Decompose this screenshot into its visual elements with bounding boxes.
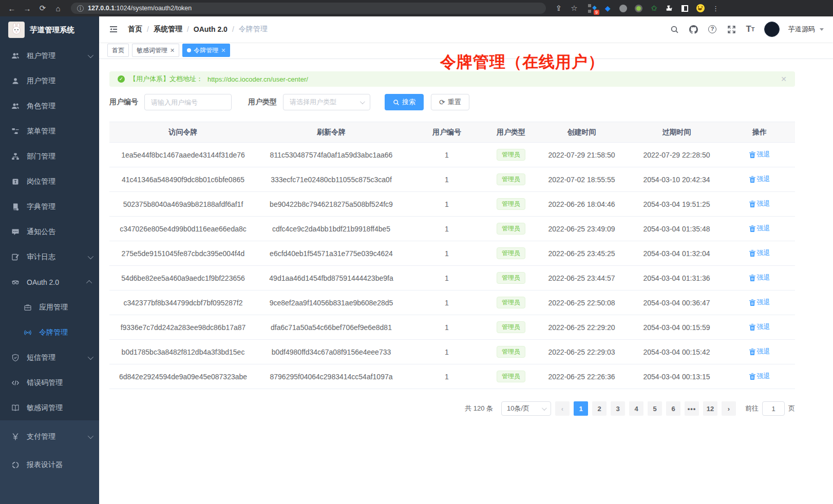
trash-icon	[749, 299, 755, 306]
sidebar-item-error-code[interactable]: 错误码管理	[0, 370, 99, 395]
force-logout-button[interactable]: 强退	[749, 199, 770, 208]
user-id-input[interactable]	[144, 94, 232, 110]
reset-button[interactable]: ⟳ 重置	[431, 94, 469, 110]
sidebar-item-audit-log[interactable]: 审计日志	[0, 244, 99, 269]
page-button-3[interactable]: 3	[611, 401, 625, 416]
extension-gem-icon[interactable]: ◆	[603, 4, 612, 13]
chevron-icon	[88, 253, 93, 259]
page-button-6[interactable]: 6	[666, 401, 680, 416]
bookmark-star-icon[interactable]: ☆	[567, 2, 581, 15]
filter-form: 用户编号 用户类型 请选择用户类型 搜索 ⟳ 重置	[109, 94, 795, 110]
sidebar-item-role[interactable]: 角色管理	[0, 93, 99, 119]
sidebar-item-tenant[interactable]: 租户管理	[0, 43, 99, 68]
browser-home-button[interactable]: ⌂	[51, 2, 65, 15]
user-type-select[interactable]: 请选择用户类型	[283, 94, 370, 110]
sidebar-item-dept[interactable]: 部门管理	[0, 144, 99, 169]
search-button[interactable]: 搜索	[385, 94, 424, 110]
refresh-token-cell: e6cfd40eb1f54571a31e775e039c4624	[257, 249, 406, 258]
sidebar-item-pay[interactable]: 支付管理	[0, 422, 99, 451]
browser-reload-button[interactable]: ⟳	[36, 2, 49, 15]
browser-forward-button[interactable]: →	[21, 2, 34, 15]
fullscreen-icon[interactable]	[726, 24, 736, 34]
page-button-4[interactable]: 4	[629, 401, 643, 416]
sidebar-item-oauth2[interactable]: OAuth 2.0	[0, 269, 99, 295]
refresh-token-cell: 333ecfc71e02480cb11055c875c3ca0f	[257, 176, 406, 184]
sidebar-item-user[interactable]: 用户管理	[0, 68, 99, 93]
tab-preview-icon[interactable]	[680, 4, 689, 13]
page-button-2[interactable]: 2	[592, 401, 607, 416]
breadcrumb-item[interactable]: OAuth 2.0	[194, 25, 228, 33]
sidebar-item-oauth2-token[interactable]: 令牌管理	[0, 320, 99, 345]
page-button-12[interactable]: 12	[703, 401, 717, 416]
sidebar-item-notice[interactable]: 通知公告	[0, 219, 99, 244]
force-logout-button[interactable]: 强退	[749, 150, 770, 159]
force-logout-button[interactable]: 强退	[749, 175, 770, 184]
more-pages-button[interactable]: •••	[685, 401, 699, 416]
sidebar-item-oauth2-app[interactable]: 应用管理	[0, 295, 99, 320]
alert-close-icon[interactable]: ✕	[781, 75, 787, 83]
tab-close-icon[interactable]: ✕	[221, 44, 225, 56]
next-page-button[interactable]: ›	[722, 401, 736, 416]
extension-green-dot-icon[interactable]	[634, 4, 643, 13]
force-logout-button[interactable]: 强退	[749, 273, 770, 282]
extension-star-icon[interactable]: ✩	[650, 4, 658, 13]
trash-icon	[749, 176, 755, 183]
sidebar-item-report[interactable]: 报表设计器	[0, 451, 99, 479]
prev-page-button[interactable]: ‹	[555, 401, 570, 416]
page-button-1[interactable]: 1	[574, 401, 588, 416]
force-logout-button[interactable]: 强退	[749, 347, 770, 356]
trash-icon	[749, 151, 755, 158]
extensions-puzzle-icon[interactable]	[665, 4, 674, 13]
sidebar-item-post[interactable]: 岗位管理	[0, 169, 99, 194]
sidebar-item-sms[interactable]: 短信管理	[0, 345, 99, 370]
extension-grid-icon[interactable]: ◆9	[588, 4, 597, 13]
help-icon[interactable]: ?	[707, 24, 717, 34]
search-icon[interactable]	[669, 24, 679, 34]
view-tab[interactable]: 令牌管理 ✕	[182, 44, 230, 57]
force-logout-button[interactable]: 强退	[749, 322, 770, 332]
profile-avatar-icon[interactable]	[696, 4, 705, 13]
user-id-cell: 1	[406, 323, 488, 332]
page-size-select[interactable]: 10条/页	[501, 401, 551, 416]
app-logo-row[interactable]: 芋道管理系统	[0, 16, 99, 43]
sidebar-collapse-icon[interactable]	[108, 24, 119, 34]
address-bar[interactable]: i 127.0.0.1:1024/system/oauth2/token	[71, 3, 546, 14]
username[interactable]: 芋道源码	[788, 25, 815, 34]
tab-close-icon[interactable]: ✕	[170, 44, 175, 56]
expire-time-cell: 2054-03-10 20:42:34	[629, 176, 724, 184]
trash-icon	[749, 348, 755, 355]
column-header: 访问令牌	[109, 128, 257, 137]
force-logout-button[interactable]: 强退	[749, 372, 770, 381]
create-time-cell: 2022-06-25 22:26:36	[534, 373, 629, 381]
user-avatar[interactable]	[764, 22, 780, 37]
expire-time-cell: 2022-07-29 22:28:50	[629, 151, 724, 159]
chart-icon	[11, 461, 20, 469]
browser-menu-icon[interactable]: ⋮	[711, 4, 720, 13]
chevron-icon	[88, 52, 93, 57]
browser-back-button[interactable]: ←	[5, 2, 18, 15]
user-menu-caret-icon[interactable]	[820, 28, 824, 31]
share-icon[interactable]: ⇪	[552, 2, 565, 15]
goto-page-input[interactable]	[762, 401, 785, 416]
view-tab[interactable]: 敏感词管理 ✕	[132, 44, 179, 57]
badge-icon	[11, 178, 20, 186]
force-logout-button[interactable]: 强退	[749, 248, 770, 258]
signal-icon	[24, 328, 32, 337]
doc-link[interactable]: https://doc.iocoder.cn/user-center/	[207, 75, 308, 83]
github-icon[interactable]	[688, 24, 698, 34]
force-logout-button[interactable]: 强退	[749, 224, 770, 233]
view-tab[interactable]: 首页	[107, 44, 129, 57]
page-button-5[interactable]: 5	[648, 401, 662, 416]
breadcrumb-item[interactable]: 系统管理	[154, 25, 182, 34]
sidebar-item-menu[interactable]: 菜单管理	[0, 119, 99, 144]
font-size-icon[interactable]: TT	[745, 24, 755, 34]
force-logout-button[interactable]: 强退	[749, 298, 770, 307]
breadcrumb-separator: /	[232, 25, 234, 33]
breadcrumb-item[interactable]: 首页	[128, 25, 142, 34]
sidebar-item-sensitive-word[interactable]: 敏感词管理	[0, 395, 99, 420]
site-info-icon[interactable]: i	[77, 5, 84, 12]
sidebar-item-dict[interactable]: 字典管理	[0, 194, 99, 219]
extension-gray-icon[interactable]	[619, 4, 628, 13]
refresh-token-cell: 9ce8ef2aa9f14056b831ae9b608e28d5	[257, 299, 406, 307]
user-type-badge: 管理员	[497, 346, 525, 358]
